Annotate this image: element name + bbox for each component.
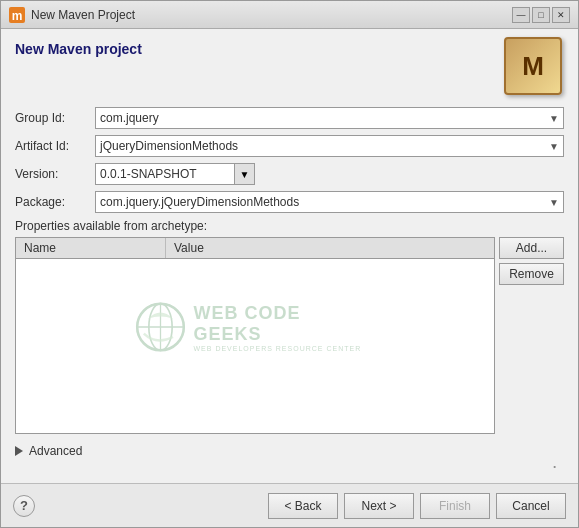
- title-bar: m New Maven Project — □ ✕: [1, 1, 578, 29]
- bottom-buttons: < Back Next > Finish Cancel: [268, 493, 566, 519]
- dot-container: •: [15, 462, 564, 471]
- version-row: Version: 0.0.1-SNAPSHOT ▼: [15, 163, 564, 185]
- watermark-globe-icon: [136, 302, 186, 352]
- properties-label: Properties available from archetype:: [15, 219, 564, 233]
- group-id-input[interactable]: com.jquery ▼: [95, 107, 564, 129]
- artifact-id-row: Artifact Id: jQueryDimensionMethods ▼: [15, 135, 564, 157]
- maximize-button[interactable]: □: [532, 7, 550, 23]
- group-id-row: Group Id: com.jquery ▼: [15, 107, 564, 129]
- svg-point-2: [137, 304, 184, 351]
- svg-point-6: [137, 304, 184, 351]
- table-header: Name Value: [16, 238, 494, 259]
- advanced-label: Advanced: [29, 444, 82, 458]
- version-input[interactable]: 0.0.1-SNAPSHOT: [95, 163, 235, 185]
- bottom-bar: ? < Back Next > Finish Cancel: [1, 483, 578, 527]
- minimize-button[interactable]: —: [512, 7, 530, 23]
- package-row: Package: com.jquery.jQueryDimensionMetho…: [15, 191, 564, 213]
- group-id-value: com.jquery: [100, 111, 159, 125]
- table-header-name: Name: [16, 238, 166, 258]
- version-dropdown-btn[interactable]: ▼: [235, 163, 255, 185]
- main-window: m New Maven Project — □ ✕ New Maven proj…: [0, 0, 579, 528]
- version-select-wrap: 0.0.1-SNAPSHOT ▼: [95, 163, 255, 185]
- close-button[interactable]: ✕: [552, 7, 570, 23]
- watermark-text: WEB CODE GEEKS WEB DEVELOPERS RESOURCE C…: [194, 303, 375, 352]
- title-bar-controls: — □ ✕: [512, 7, 570, 23]
- version-value: 0.0.1-SNAPSHOT: [100, 167, 197, 181]
- table-body[interactable]: WEB CODE GEEKS WEB DEVELOPERS RESOURCE C…: [16, 259, 494, 399]
- help-button[interactable]: ?: [13, 495, 35, 517]
- group-id-arrow: ▼: [549, 113, 559, 124]
- package-input[interactable]: com.jquery.jQueryDimensionMethods ▼: [95, 191, 564, 213]
- artifact-id-value: jQueryDimensionMethods: [100, 139, 238, 153]
- advanced-triangle-icon: [15, 446, 23, 456]
- window-icon: m: [9, 7, 25, 23]
- header-section: New Maven project M: [15, 41, 564, 97]
- advanced-section[interactable]: Advanced: [15, 444, 564, 458]
- window-title: New Maven Project: [31, 8, 135, 22]
- svg-point-3: [149, 304, 172, 351]
- artifact-id-label: Artifact Id:: [15, 139, 95, 153]
- svg-text:m: m: [12, 9, 23, 23]
- cancel-button[interactable]: Cancel: [496, 493, 566, 519]
- remove-button[interactable]: Remove: [499, 263, 564, 285]
- content-area: New Maven project M Group Id: com.jquery…: [1, 29, 578, 483]
- properties-table: Name Value: [15, 237, 495, 434]
- artifact-id-arrow: ▼: [549, 141, 559, 152]
- watermark-logo: WEB CODE GEEKS WEB DEVELOPERS RESOURCE C…: [136, 302, 375, 352]
- maven-logo: M: [504, 37, 562, 95]
- page-title: New Maven project: [15, 41, 142, 57]
- next-button[interactable]: Next >: [344, 493, 414, 519]
- version-label: Version:: [15, 167, 95, 181]
- group-id-label: Group Id:: [15, 111, 95, 125]
- package-label: Package:: [15, 195, 95, 209]
- properties-section: Name Value: [15, 237, 564, 434]
- table-buttons: Add... Remove: [499, 237, 564, 285]
- bottom-left: ?: [13, 495, 35, 517]
- add-button[interactable]: Add...: [499, 237, 564, 259]
- status-dot: •: [553, 462, 556, 471]
- package-arrow: ▼: [549, 197, 559, 208]
- watermark: WEB CODE GEEKS WEB DEVELOPERS RESOURCE C…: [136, 302, 375, 356]
- package-value: com.jquery.jQueryDimensionMethods: [100, 195, 299, 209]
- artifact-id-input[interactable]: jQueryDimensionMethods ▼: [95, 135, 564, 157]
- table-header-value: Value: [166, 238, 494, 258]
- finish-button[interactable]: Finish: [420, 493, 490, 519]
- back-button[interactable]: < Back: [268, 493, 338, 519]
- maven-logo-container: M: [504, 37, 564, 97]
- title-bar-left: m New Maven Project: [9, 7, 135, 23]
- watermark-main-text: WEB CODE GEEKS: [194, 303, 375, 345]
- watermark-sub-text: WEB DEVELOPERS RESOURCE CENTER: [194, 345, 375, 352]
